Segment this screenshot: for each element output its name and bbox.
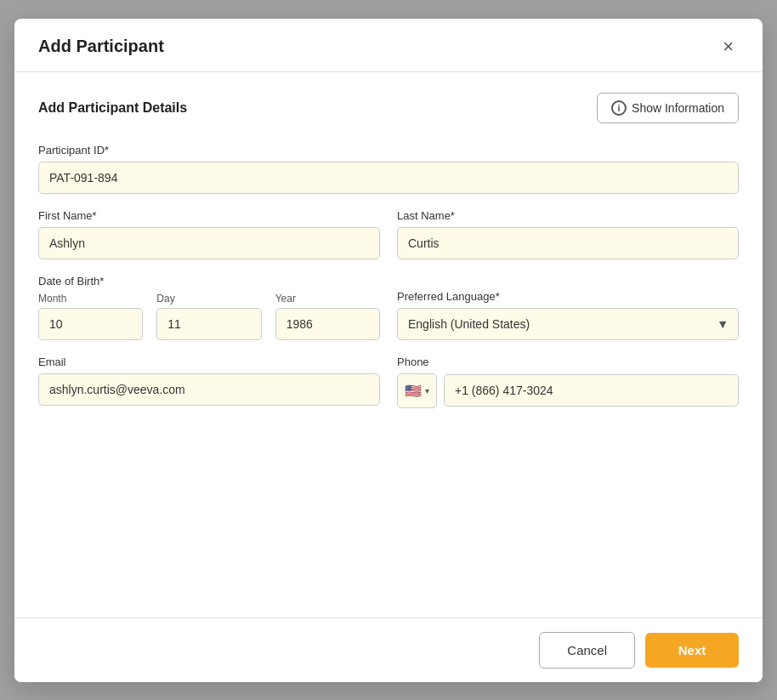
- preferred-language-select[interactable]: English (United States): [397, 308, 739, 340]
- last-name-group: Last Name*: [397, 209, 739, 259]
- dob-inputs-row: Month Day Year: [38, 293, 380, 340]
- first-name-input[interactable]: [38, 227, 380, 259]
- close-button[interactable]: ×: [717, 36, 739, 58]
- name-row: First Name* Last Name*: [38, 209, 739, 259]
- phone-input-row: 🇺🇸 ▾: [397, 373, 739, 408]
- dob-month-label: Month: [38, 293, 143, 304]
- cancel-button[interactable]: Cancel: [539, 632, 635, 669]
- first-name-label: First Name*: [38, 209, 380, 222]
- email-phone-row: Email Phone 🇺🇸 ▾: [38, 356, 739, 408]
- add-participant-modal: Add Participant × Add Participant Detail…: [14, 19, 763, 682]
- info-button-label: Show Information: [632, 101, 724, 115]
- phone-label: Phone: [397, 356, 739, 368]
- preferred-language-group: Preferred Language* English (United Stat…: [397, 290, 739, 340]
- modal-footer: Cancel Next: [14, 617, 763, 682]
- phone-country-dropdown[interactable]: 🇺🇸 ▾: [397, 373, 437, 408]
- modal-header: Add Participant ×: [14, 19, 763, 72]
- section-header: Add Participant Details i Show Informati…: [38, 93, 739, 123]
- dob-lang-row: Date of Birth* Month Day Year: [38, 275, 739, 340]
- last-name-input[interactable]: [397, 227, 739, 259]
- dob-label: Date of Birth*: [38, 275, 380, 287]
- participant-id-group: Participant ID*: [38, 144, 739, 194]
- flag-chevron-icon: ▾: [425, 386, 429, 396]
- dob-year-label: Year: [275, 293, 380, 304]
- preferred-language-label: Preferred Language*: [397, 290, 739, 303]
- dob-day-label: Day: [156, 293, 261, 304]
- modal-overlay: Add Participant × Add Participant Detail…: [0, 0, 777, 700]
- show-information-button[interactable]: i Show Information: [597, 93, 739, 123]
- email-label: Email: [38, 356, 380, 368]
- dob-month-input[interactable]: [38, 308, 143, 340]
- participant-id-label: Participant ID*: [38, 144, 739, 157]
- dob-section: Date of Birth* Month Day Year: [38, 275, 380, 340]
- participant-id-input[interactable]: [38, 162, 739, 194]
- phone-number-input[interactable]: [444, 374, 739, 407]
- modal-body: Add Participant Details i Show Informati…: [14, 72, 763, 617]
- last-name-label: Last Name*: [397, 209, 739, 222]
- email-group: Email: [38, 356, 380, 408]
- next-button[interactable]: Next: [645, 633, 739, 668]
- section-title: Add Participant Details: [38, 100, 187, 116]
- info-icon: i: [611, 100, 627, 116]
- dob-year-group: Year: [275, 293, 380, 340]
- preferred-language-select-wrapper: English (United States) ▼: [397, 308, 739, 340]
- first-name-group: First Name*: [38, 209, 380, 259]
- flag-icon: 🇺🇸: [405, 383, 422, 399]
- dob-month-group: Month: [38, 293, 143, 340]
- dob-day-input[interactable]: [156, 308, 261, 340]
- modal-title: Add Participant: [38, 37, 164, 56]
- email-input[interactable]: [38, 373, 380, 406]
- dob-year-input[interactable]: [275, 308, 380, 340]
- phone-group: Phone 🇺🇸 ▾: [397, 356, 739, 408]
- dob-day-group: Day: [156, 293, 261, 340]
